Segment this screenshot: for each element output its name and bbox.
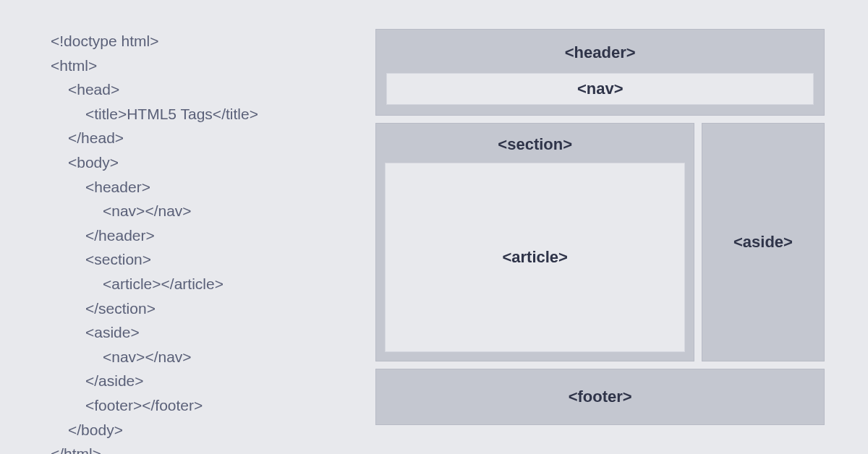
article-label: <article> [502,248,568,267]
code-line-6: <header> [51,175,375,200]
code-line-8: </header> [51,223,375,248]
header-region: <header> <nav> [375,29,825,116]
nav-label: <nav> [577,80,624,98]
code-line-3: <title>HTML5 Tags</title> [51,102,375,127]
code-line-2: <head> [51,77,375,102]
code-line-0: <!doctype html> [51,29,375,53]
code-line-4: </head> [51,126,375,150]
code-line-15: <footer></footer> [51,393,375,418]
nav-region: <nav> [386,73,814,105]
section-region: <section> <article> [375,123,694,361]
code-line-13: <nav></nav> [51,345,375,369]
code-line-1: <html> [51,53,375,78]
code-line-17: </html> [51,442,375,454]
code-line-16: </body> [51,418,375,442]
header-label: <header> [565,43,636,62]
code-line-9: <section> [51,247,375,272]
code-line-14: </aside> [51,369,375,393]
layout-diagram: <header> <nav> <section> <article> <asid… [375,29,825,425]
footer-region: <footer> [375,369,825,425]
article-region: <article> [385,163,685,352]
aside-label: <aside> [733,233,793,252]
code-line-11: </section> [51,296,375,321]
footer-label: <footer> [569,387,632,406]
code-line-10: <article></article> [51,272,375,296]
aside-region: <aside> [702,123,825,361]
middle-row: <section> <article> <aside> [375,123,825,361]
code-panel: <!doctype html><html><head><title>HTML5 … [51,29,375,425]
code-line-5: <body> [51,150,375,175]
section-label: <section> [498,135,572,154]
code-line-12: <aside> [51,320,375,345]
code-line-7: <nav></nav> [51,199,375,223]
